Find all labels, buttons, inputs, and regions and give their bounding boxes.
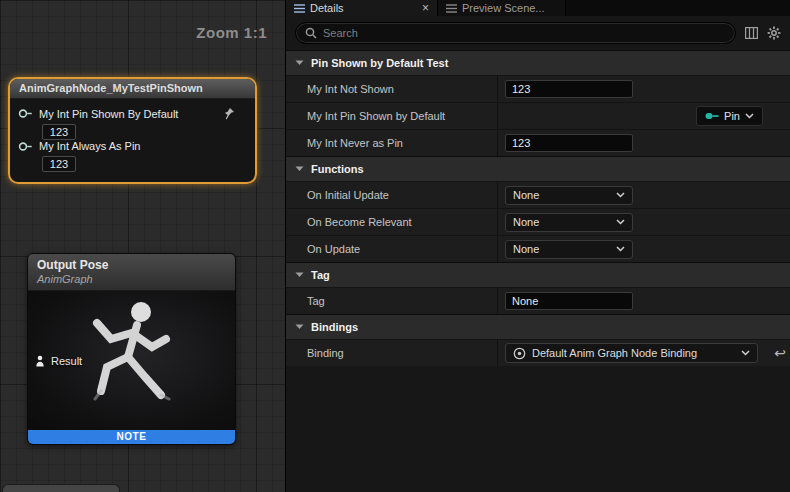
node-subtitle: AnimGraph (37, 273, 226, 285)
dropdown-value: None (513, 243, 539, 255)
node-title: Output Pose (37, 258, 226, 272)
zoom-indicator: Zoom 1:1 (196, 24, 267, 41)
pin-row: My Int Pin Shown By Default (18, 107, 247, 120)
details-toolbar (286, 16, 790, 50)
note-banner[interactable]: NOTE (28, 430, 235, 444)
property-label: My Int Never as Pin (286, 130, 498, 156)
binding-icon (513, 347, 526, 360)
search-box[interactable] (295, 22, 736, 44)
result-pin-label: Result (51, 355, 82, 367)
property-row: On Initial Update None (286, 181, 790, 208)
search-icon (305, 27, 317, 39)
pin-combo-label: Pin (724, 110, 740, 122)
property-row: My Int Not Shown (286, 75, 790, 102)
property-label: On Update (286, 236, 498, 262)
details-empty-area (286, 366, 790, 492)
pose-pin-icon (35, 355, 45, 367)
chevron-down-icon (745, 113, 754, 119)
tag-input[interactable] (505, 292, 633, 310)
tab-preview-scene[interactable]: Preview Scene... (438, 0, 566, 16)
int-value-input[interactable] (505, 134, 633, 152)
property-row: On Become Relevant None (286, 208, 790, 235)
tab-close-icon[interactable]: × (422, 2, 429, 14)
pin-label: My Int Always As Pin (39, 140, 140, 152)
search-input[interactable] (323, 27, 726, 39)
unreal-anim-blueprint-editor: Zoom 1:1 AnimGraphNode_MyTestPinShown My… (0, 0, 790, 492)
chevron-down-icon (295, 60, 304, 66)
property-row: On Update None (286, 235, 790, 262)
graph-node-my-test-pin-shown[interactable]: AnimGraphNode_MyTestPinShown My Int Pin … (8, 77, 257, 184)
category-tag[interactable]: Tag (286, 262, 790, 287)
pin-icon (705, 111, 719, 121)
category-bindings[interactable]: Bindings (286, 314, 790, 339)
property-row: My Int Pin Shown by Default Pin (286, 102, 790, 129)
property-label: My Int Pin Shown by Default (286, 103, 498, 129)
function-dropdown[interactable]: None (505, 186, 633, 205)
property-row: Tag (286, 287, 790, 314)
category-pin-shown-by-default-test[interactable]: Pin Shown by Default Test (286, 50, 790, 75)
result-pin[interactable]: Result (35, 355, 82, 367)
property-label: Tag (286, 288, 498, 314)
node-header[interactable]: Output Pose AnimGraph (28, 254, 235, 291)
binding-dropdown[interactable]: Default Anim Graph Node Binding (505, 343, 758, 363)
category-functions[interactable]: Functions (286, 156, 790, 181)
pin-row: My Int Always As Pin (18, 140, 247, 152)
dropdown-value: None (513, 216, 539, 228)
details-panel: Details × Preview Scene... (285, 0, 790, 492)
category-title: Pin Shown by Default Test (311, 57, 448, 69)
pin-visibility-combo[interactable]: Pin (696, 106, 763, 126)
chevron-down-icon (616, 192, 625, 198)
binding-value: Default Anim Graph Node Binding (532, 347, 697, 359)
node-body: My Int Pin Shown By Default 123 My Int A… (10, 99, 255, 182)
details-tab-icon (294, 3, 305, 13)
property-row: Binding Default Anim Graph Node Binding … (286, 339, 790, 366)
reset-binding-icon[interactable]: ↩ (774, 345, 786, 361)
int-pin-icon[interactable] (18, 141, 33, 152)
pushpin-icon[interactable] (222, 107, 235, 120)
function-dropdown[interactable]: None (505, 213, 633, 232)
pin-label: My Int Pin Shown By Default (39, 108, 178, 120)
chevron-down-icon (295, 272, 304, 278)
property-label: My Int Not Shown (286, 76, 498, 102)
tab-label: Preview Scene... (462, 2, 545, 14)
function-dropdown[interactable]: None (505, 240, 633, 259)
settings-gear-icon[interactable] (767, 26, 781, 40)
category-title: Tag (311, 269, 330, 281)
tab-label: Details (310, 2, 344, 14)
graph-node-output-pose[interactable]: Output Pose AnimGraph (27, 253, 236, 445)
tab-bar-filler (566, 0, 790, 16)
property-label: Binding (286, 340, 498, 366)
chevron-down-icon (295, 324, 304, 330)
node-preview-area: Result (28, 291, 235, 430)
category-title: Functions (311, 163, 364, 175)
anim-graph-canvas[interactable]: Zoom 1:1 AnimGraphNode_MyTestPinShown My… (0, 0, 285, 492)
tab-bar: Details × Preview Scene... (286, 0, 790, 16)
column-view-icon[interactable] (745, 27, 758, 39)
pin-value-field[interactable]: 123 (42, 124, 76, 140)
preview-tab-icon (446, 3, 457, 13)
chevron-down-icon (741, 350, 750, 356)
int-pin-icon[interactable] (18, 108, 33, 119)
property-label: On Become Relevant (286, 209, 498, 235)
pin-value-field[interactable]: 123 (42, 156, 76, 172)
category-title: Bindings (311, 321, 358, 333)
property-label: On Initial Update (286, 182, 498, 208)
node-title[interactable]: AnimGraphNode_MyTestPinShown (10, 79, 255, 99)
property-row: My Int Never as Pin (286, 129, 790, 156)
chevron-down-icon (616, 246, 625, 252)
tab-details[interactable]: Details × (286, 0, 438, 16)
chevron-down-icon (616, 219, 625, 225)
dropdown-value: None (513, 189, 539, 201)
int-value-input[interactable] (505, 80, 633, 98)
partial-node-bottom[interactable] (2, 484, 120, 492)
chevron-down-icon (295, 166, 304, 172)
